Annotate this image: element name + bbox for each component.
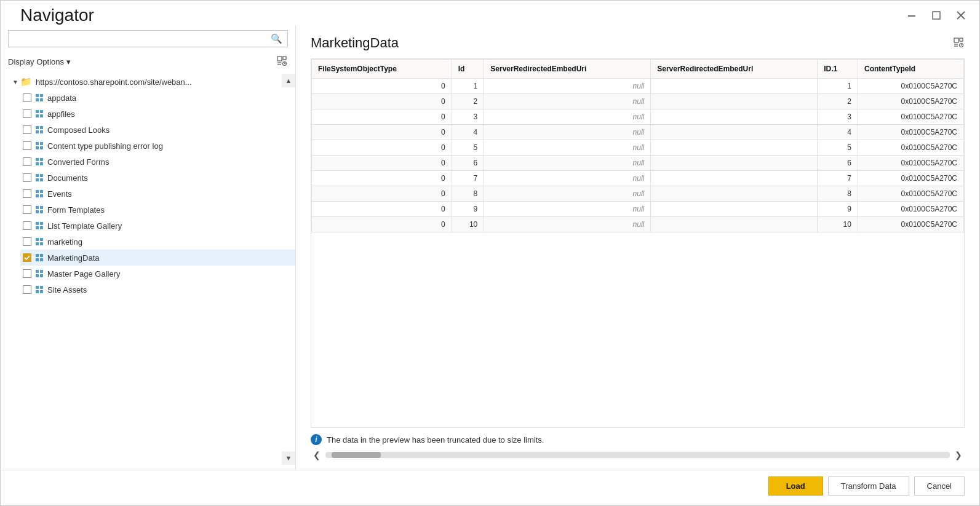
preview-load-icon-button[interactable] bbox=[952, 36, 965, 50]
navigator-dialog: Navigator 🔍 Display Options bbox=[0, 0, 980, 506]
tree-item-events[interactable]: Events bbox=[20, 186, 295, 202]
table-cell: 3 bbox=[452, 109, 484, 125]
table-cell: 4 bbox=[818, 125, 858, 140]
table-row: 08null80x0100C5A270C bbox=[312, 186, 964, 202]
dialog-titlebar: Navigator bbox=[1, 1, 979, 25]
truncate-text: The data in the preview has been truncat… bbox=[327, 435, 544, 445]
checkbox-appfiles[interactable] bbox=[23, 109, 31, 118]
svg-rect-12 bbox=[40, 94, 43, 97]
search-row: 🔍 bbox=[8, 30, 288, 47]
svg-rect-16 bbox=[40, 110, 43, 113]
tree-label-site-assets: Site Assets bbox=[47, 285, 87, 295]
checkbox-documents[interactable] bbox=[23, 173, 31, 182]
svg-rect-21 bbox=[36, 130, 39, 133]
table-cell: 6 bbox=[452, 156, 484, 171]
svg-rect-52 bbox=[40, 254, 43, 257]
svg-rect-60 bbox=[40, 286, 43, 289]
close-button[interactable] bbox=[952, 7, 970, 24]
tree-label-master-page-gallery: Master Page Gallery bbox=[47, 269, 121, 279]
table-cell: 9 bbox=[818, 202, 858, 217]
checkbox-site-assets[interactable] bbox=[23, 285, 31, 294]
tree-item-marketing[interactable]: marketing bbox=[20, 234, 295, 250]
svg-rect-53 bbox=[36, 258, 39, 261]
tree-item-site-assets[interactable]: Site Assets bbox=[20, 282, 295, 298]
grid-icon-site-assets bbox=[34, 284, 45, 295]
checkbox-master-page-gallery[interactable] bbox=[23, 269, 31, 278]
svg-rect-25 bbox=[36, 146, 39, 149]
tree-item-list-template-gallery[interactable]: List Template Gallery bbox=[20, 218, 295, 234]
table-cell: 7 bbox=[818, 171, 858, 186]
svg-rect-58 bbox=[40, 274, 43, 277]
scroll-up-button[interactable]: ▲ bbox=[282, 74, 295, 87]
table-cell: 0 bbox=[312, 109, 452, 125]
load-icon-button[interactable] bbox=[276, 55, 288, 69]
tree-item-appfiles[interactable]: appfiles bbox=[20, 106, 295, 122]
table-cell: 5 bbox=[452, 140, 484, 156]
tree-item-marketing-data[interactable]: MarketingData bbox=[20, 250, 295, 266]
table-cell: 0x0100C5A270C bbox=[858, 171, 963, 186]
table-row: 06null60x0100C5A270C bbox=[312, 156, 964, 171]
svg-rect-17 bbox=[36, 114, 39, 117]
search-input[interactable] bbox=[14, 34, 271, 44]
cancel-button[interactable]: Cancel bbox=[914, 476, 965, 496]
svg-rect-20 bbox=[40, 126, 43, 129]
table-cell: 1 bbox=[452, 79, 484, 94]
scroll-right-button[interactable]: ❯ bbox=[952, 449, 965, 461]
data-table-wrapper[interactable]: FileSystemObjectTypeIdServerRedirectedEm… bbox=[311, 58, 965, 428]
svg-rect-14 bbox=[40, 98, 43, 101]
info-icon: i bbox=[311, 434, 322, 445]
table-cell: 0 bbox=[312, 94, 452, 109]
table-cell: null bbox=[484, 109, 651, 125]
tree-item-content-type-publishing[interactable]: Content type publishing error log bbox=[20, 138, 295, 154]
tree-item-converted-forms[interactable]: Converted Forms bbox=[20, 154, 295, 170]
svg-rect-37 bbox=[36, 194, 39, 197]
svg-rect-32 bbox=[40, 174, 43, 177]
tree-root-item[interactable]: ▼ 📁 https://contoso.sharepoint.com/site/… bbox=[6, 74, 295, 90]
transform-data-button[interactable]: Transform Data bbox=[828, 476, 909, 496]
table-cell: 3 bbox=[818, 109, 858, 125]
checkbox-marketing-data[interactable] bbox=[23, 253, 31, 262]
maximize-button[interactable] bbox=[928, 7, 945, 24]
tree-item-master-page-gallery[interactable]: Master Page Gallery bbox=[20, 266, 295, 282]
display-options-button[interactable]: Display Options ▾ bbox=[8, 57, 71, 66]
table-row: 03null30x0100C5A270C bbox=[312, 109, 964, 125]
scroll-down-button[interactable]: ▼ bbox=[282, 451, 295, 465]
checkbox-form-templates[interactable] bbox=[23, 205, 31, 214]
col-header-serverredirectedembeduri: ServerRedirectedEmbedUri bbox=[484, 60, 651, 79]
checkbox-list-template-gallery[interactable] bbox=[23, 221, 31, 230]
tree-item-form-templates[interactable]: Form Templates bbox=[20, 202, 295, 218]
svg-rect-46 bbox=[40, 226, 43, 229]
svg-rect-44 bbox=[40, 222, 43, 225]
table-cell: null bbox=[484, 125, 651, 140]
table-cell: 0 bbox=[312, 156, 452, 171]
table-cell: null bbox=[484, 79, 651, 94]
tree-label-documents: Documents bbox=[47, 173, 88, 183]
checkbox-composed-looks[interactable] bbox=[23, 125, 31, 134]
scroll-left-button[interactable]: ❮ bbox=[311, 449, 323, 461]
tree-item-composed-looks[interactable]: Composed Looks bbox=[20, 122, 295, 138]
checkbox-events[interactable] bbox=[23, 189, 31, 198]
svg-rect-51 bbox=[36, 254, 39, 257]
table-cell: 2 bbox=[452, 94, 484, 109]
checkbox-content-type-publishing[interactable] bbox=[23, 141, 31, 150]
checkbox-appdata[interactable] bbox=[23, 93, 31, 102]
dialog-body: 🔍 Display Options ▾ bbox=[1, 25, 979, 470]
svg-rect-64 bbox=[960, 38, 963, 41]
svg-rect-47 bbox=[36, 238, 39, 241]
checkbox-converted-forms[interactable] bbox=[23, 157, 31, 166]
minimize-button[interactable] bbox=[903, 7, 920, 24]
tree-children: appdata appfiles Composed Looks Content … bbox=[6, 90, 295, 298]
col-header-contenttypeid: ContentTypeId bbox=[858, 60, 963, 79]
table-row: 01null10x0100C5A270C bbox=[312, 79, 964, 94]
svg-rect-56 bbox=[40, 270, 43, 273]
tree-area[interactable]: ▼ 📁 https://contoso.sharepoint.com/site/… bbox=[1, 74, 295, 465]
h-scroll-track bbox=[325, 452, 950, 458]
tree-item-documents[interactable]: Documents bbox=[20, 170, 295, 186]
left-panel: 🔍 Display Options ▾ bbox=[1, 25, 296, 470]
checkbox-marketing[interactable] bbox=[23, 237, 31, 246]
tree-item-appdata[interactable]: appdata bbox=[20, 90, 295, 106]
load-button[interactable]: Load bbox=[768, 476, 823, 496]
table-cell: null bbox=[484, 156, 651, 171]
svg-rect-39 bbox=[36, 206, 39, 209]
svg-rect-29 bbox=[36, 162, 39, 165]
